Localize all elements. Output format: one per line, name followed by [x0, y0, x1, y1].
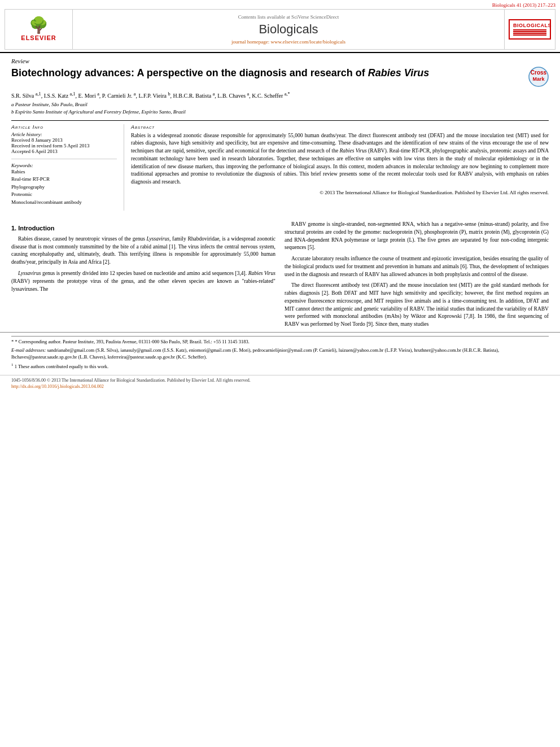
article-info-col: Article Info Article history: Received 8… — [11, 124, 124, 211]
sup-a3: a — [134, 91, 136, 97]
abstract-text: Rabies is a widespread zoonotic disease … — [131, 132, 549, 186]
badge-line-1 — [513, 29, 546, 30]
sup-a1b: a,1 — [70, 91, 76, 97]
keyword-4: Proteomic — [11, 191, 117, 199]
biologicals-badge-area: BIOLOGICALS — [504, 10, 555, 49]
right-para3: The direct fluorescent antibody test (DF… — [285, 282, 549, 329]
journal-homepage: journal homepage: www.elsevier.com/locat… — [231, 39, 345, 45]
sup-a5: a — [247, 91, 250, 97]
biologicals-badge-title: BIOLOGICALS — [513, 23, 546, 28]
article-title-text: Biotechnology advances: A perspective on… — [11, 67, 523, 80]
affiliation-b: b Espírito Santo Institute of Agricultur… — [11, 108, 549, 116]
keyword-3: Phylogeography — [11, 184, 117, 191]
sciverse-line: Contents lists available at SciVerse Sci… — [238, 14, 339, 20]
keywords-label: Keywords: — [11, 163, 117, 168]
keyword-list: Rabies Real-time RT-PCR Phylogeography P… — [11, 168, 117, 207]
badge-lines — [513, 29, 546, 36]
abstract-italic-rabies: Rabies Virus — [340, 148, 367, 154]
footer-issn: 1045-1056/8/36.00 © 2013 The Internation… — [11, 378, 549, 383]
journal-name: Biologicals — [259, 22, 318, 37]
svg-text:Cross: Cross — [531, 69, 547, 76]
footnotes-area: * * Corresponding author. Pasteur Instit… — [0, 332, 560, 375]
sup-a-star: a,* — [285, 91, 290, 97]
footnote-corresponding: * * Corresponding author. Pasteur Instit… — [11, 339, 549, 346]
affiliation-a: a Pasteur Institute, São Paulo, Brazil — [11, 101, 549, 108]
footer-doi: http://dx.doi.org/10.1016/j.biologicals.… — [11, 384, 549, 389]
sup-a4: a — [213, 91, 215, 97]
revised-date: Received in revised form 5 April 2013 — [11, 143, 117, 148]
abstract-title: Abstract — [131, 124, 549, 130]
biologicals-badge: BIOLOGICALS — [509, 19, 551, 40]
body-col-left: 1. Introduction Rabies disease, caused b… — [11, 221, 275, 332]
keyword-1: Rabies — [11, 168, 117, 176]
copyright-line: © 2013 The International Alliance for Bi… — [131, 190, 549, 195]
intro-para1: Rabies disease, caused by neurotropic vi… — [11, 235, 275, 267]
info-abstract-section: Article Info Article history: Received 8… — [11, 120, 549, 211]
right-para1: RABV genome is single-stranded, non-segm… — [285, 221, 549, 252]
right-para2: Accurate laboratory results influence th… — [285, 255, 549, 278]
header-inner: 🌳 ELSEVIER Contents lists available at S… — [5, 9, 555, 50]
history-label: Article history: — [11, 132, 117, 137]
keywords-group: Keywords: Rabies Real-time RT-PCR Phylog… — [11, 163, 117, 207]
sup-1-footnote: 1 — [11, 362, 14, 367]
main-body: 1. Introduction Rabies disease, caused b… — [0, 221, 560, 332]
badge-line-4 — [513, 34, 546, 36]
article-content: Review Biotechnology advances: A perspec… — [0, 53, 560, 221]
badge-line-2 — [513, 31, 546, 32]
footnote-emails: E-mail addresses: sandrianabr@gmail.com … — [11, 347, 549, 361]
crossmark-icon: Cross Mark — [528, 67, 549, 87]
keyword-2: Real-time RT-PCR — [11, 176, 117, 184]
abstract-col: Abstract Rabies is a widespread zoonotic… — [124, 124, 549, 211]
info-divider — [11, 159, 117, 159]
badge-line-3 — [513, 33, 546, 34]
sup-a1: a,1 — [36, 91, 41, 97]
svg-text:Mark: Mark — [532, 76, 545, 82]
elsevier-logo-area: 🌳 ELSEVIER — [5, 10, 73, 49]
sup-a2: a — [97, 91, 99, 97]
article-info-title: Article Info — [11, 124, 117, 130]
page-footer: 1045-1056/8/36.00 © 2013 The Internation… — [0, 375, 560, 391]
body-col-right: RABV genome is single-stranded, non-segm… — [285, 221, 549, 332]
article-type: Review — [11, 58, 549, 64]
email-values: sandrianabr@gmail.com (S.R. Silva), iana… — [11, 347, 499, 360]
title-main: Biotechnology advances: A perspective on… — [11, 67, 368, 78]
footnote-equal-contrib: 1 1 These authors contributed equally to… — [11, 362, 549, 370]
email-label: E-mail addresses: — [11, 347, 46, 353]
title-italic-part: Rabies Virus — [368, 67, 429, 78]
elsevier-text: ELSEVIER — [21, 34, 56, 41]
footnote-divider — [11, 336, 549, 337]
intro-heading: 1. Introduction — [11, 224, 275, 233]
journal-header: Biologicals 41 (2013) 217–223 🌳 ELSEVIER… — [0, 0, 560, 53]
elsevier-tree-icon: 🌳 — [21, 18, 56, 33]
intro-para2: Lyssavirus genus is presently divided in… — [11, 270, 275, 293]
affiliations: a Pasteur Institute, São Paulo, Brazil b… — [11, 101, 549, 115]
keyword-5: Monoclonal/recombinant antibody — [11, 199, 117, 207]
article-title-area: Biotechnology advances: A perspective on… — [11, 67, 549, 87]
received-date: Received 8 January 2013 — [11, 137, 117, 143]
elsevier-logo: 🌳 ELSEVIER — [21, 18, 56, 41]
history-group: Article history: Received 8 January 2013… — [11, 132, 117, 154]
authors-line: S.R. Silva a,1, I.S.S. Katz a,1, E. Mori… — [11, 91, 549, 99]
journal-ref-line: Biologicals 41 (2013) 217–223 — [5, 2, 555, 8]
accepted-date: Accepted 6 April 2013 — [11, 148, 117, 154]
sup-b: b — [168, 91, 170, 97]
header-center: Contents lists available at SciVerse Sci… — [73, 10, 504, 49]
